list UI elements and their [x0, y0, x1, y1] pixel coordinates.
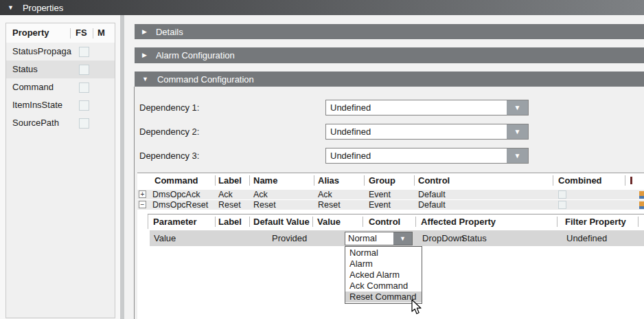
label-column-header[interactable]: Label	[218, 214, 242, 230]
property-row-label: Status	[12, 64, 38, 74]
property-row-label: StatusPropaga	[12, 46, 71, 56]
dependency-3-combobox[interactable]: Undefined ▼	[325, 148, 529, 164]
dropdown-option-ack-command[interactable]: Ack Command	[345, 280, 422, 292]
panel-title-bar[interactable]: ▼ Properties	[0, 0, 644, 15]
mouse-cursor-icon	[411, 299, 422, 316]
column-divider	[93, 28, 93, 38]
value-combobox[interactable]: Normal ▼	[345, 232, 413, 245]
property-row-command[interactable]: Command	[6, 78, 115, 96]
section-header-alarm-configuration[interactable]: ▶ Alarm Configuration	[135, 47, 644, 63]
fs-checkbox[interactable]	[79, 65, 89, 75]
column-divider	[363, 217, 363, 227]
fs-checkbox[interactable]	[79, 82, 89, 93]
property-list-panel: Property FS M StatusPropaga Status Comma…	[0, 15, 120, 319]
clipped-column-header-fragment	[630, 177, 632, 184]
name-column-header[interactable]: Name	[253, 173, 277, 188]
cell-group: Event	[369, 200, 391, 210]
dropdown-option-normal[interactable]: Normal	[345, 248, 422, 258]
properties-panel: ▼ Properties Property FS M StatusPropaga…	[0, 0, 644, 319]
column-divider	[215, 175, 216, 186]
property-row-status[interactable]: Status	[6, 60, 115, 78]
dropdown-option-alarm[interactable]: Alarm	[345, 258, 422, 270]
column-divider	[249, 217, 250, 227]
dependency-2-label: Dependency 2:	[139, 124, 290, 140]
property-row-iteminsstate[interactable]: ItemInsState	[6, 96, 115, 114]
clipped-cell-icon	[639, 191, 644, 199]
clipped-cell-icon	[639, 201, 644, 209]
cell-affected-property: Status	[461, 230, 487, 246]
value-column-header[interactable]: Value	[317, 214, 341, 230]
tree-collapse-icon[interactable]: −	[139, 201, 146, 208]
combobox-value: Normal	[345, 232, 393, 245]
dropdown-option-acked-alarm[interactable]: Acked Alarm	[345, 270, 422, 280]
property-row-label: SourcePath	[12, 118, 59, 128]
dependency-2-combobox[interactable]: Undefined ▼	[325, 124, 529, 140]
property-row-sourcepath[interactable]: SourcePath	[6, 114, 115, 132]
cell-alias: Ack	[318, 190, 332, 199]
tree-expand-icon[interactable]: +	[139, 190, 146, 198]
filter-property-column-header[interactable]: Filter Property	[565, 214, 626, 230]
default-value-column-header[interactable]: Default Value	[253, 214, 310, 230]
property-row-statuspropagation[interactable]: StatusPropaga	[6, 43, 115, 60]
column-divider	[553, 175, 553, 186]
cell-alias: Reset	[318, 200, 341, 210]
column-header-fs[interactable]: FS	[76, 23, 87, 43]
property-table: Property FS M StatusPropaga Status Comma…	[5, 23, 115, 318]
cell-name: Reset	[253, 200, 276, 210]
combined-column-header[interactable]: Combined	[558, 173, 602, 188]
column-header-property[interactable]: Property	[12, 23, 49, 43]
group-column-header[interactable]: Group	[369, 173, 395, 188]
parameter-column-header[interactable]: Parameter	[153, 214, 197, 230]
section-label: Alarm Configuration	[156, 50, 235, 60]
column-divider	[625, 175, 625, 186]
control-column-header[interactable]: Control	[418, 173, 450, 188]
dependency-3-label: Dependency 3:	[139, 148, 290, 164]
expand-triangle-icon[interactable]: ▶	[142, 29, 147, 35]
combobox-value: Undefined	[326, 148, 507, 163]
cell-label: Ack	[218, 190, 233, 199]
panel-title: Properties	[23, 3, 63, 13]
property-row-label: Command	[12, 82, 54, 92]
cell-command: DmsOpcReset	[152, 200, 208, 210]
table-row-dmsopcack[interactable]	[137, 190, 644, 199]
expand-triangle-icon[interactable]: ▶	[142, 52, 147, 58]
command-column-header[interactable]: Command	[154, 173, 198, 188]
combobox-value: Undefined	[326, 100, 507, 115]
collapse-triangle-icon[interactable]: ▼	[142, 76, 148, 82]
dependency-1-label: Dependency 1:	[139, 100, 290, 116]
label-column-header[interactable]: Label	[218, 173, 242, 188]
cell-group: Event	[369, 190, 391, 199]
section-header-command-configuration[interactable]: ▼ Command Configuration	[135, 72, 644, 87]
combobox-value: Undefined	[326, 124, 507, 139]
combined-checkbox[interactable]	[558, 190, 566, 199]
cell-label: Reset	[218, 200, 241, 210]
alias-column-header[interactable]: Alias	[318, 173, 339, 188]
column-divider	[314, 175, 314, 186]
column-divider	[414, 175, 415, 186]
fs-checkbox[interactable]	[79, 100, 89, 111]
column-divider	[70, 28, 71, 38]
section-header-details[interactable]: ▶ Details	[135, 24, 644, 39]
column-header-m[interactable]: M	[97, 23, 105, 43]
table-row-dmsopcreset[interactable]	[137, 200, 644, 210]
section-label: Command Configuration	[157, 74, 254, 85]
dropdown-arrow-icon[interactable]: ▼	[507, 124, 528, 139]
dependency-1-combobox[interactable]: Undefined ▼	[325, 100, 529, 116]
column-divider	[312, 217, 313, 227]
affected-property-column-header[interactable]: Affected Property	[421, 214, 496, 230]
section-label: Details	[156, 27, 183, 37]
cell-control: DropDown	[422, 230, 464, 246]
cell-parameter: Value	[154, 230, 176, 246]
dropdown-arrow-icon[interactable]: ▼	[507, 100, 528, 115]
property-table-header: Property FS M	[6, 23, 115, 43]
column-divider	[364, 175, 365, 186]
control-column-header[interactable]: Control	[369, 214, 400, 230]
dropdown-arrow-icon[interactable]: ▼	[507, 148, 528, 163]
fs-checkbox[interactable]	[79, 118, 89, 129]
cell-filter-property: Undefined	[566, 230, 607, 246]
cell-command: DmsOpcAck	[152, 190, 200, 199]
dropdown-arrow-icon[interactable]: ▼	[393, 232, 412, 245]
fs-checkbox[interactable]	[79, 47, 89, 57]
combined-checkbox[interactable]	[558, 201, 566, 209]
collapse-triangle-icon[interactable]: ▼	[8, 5, 14, 11]
